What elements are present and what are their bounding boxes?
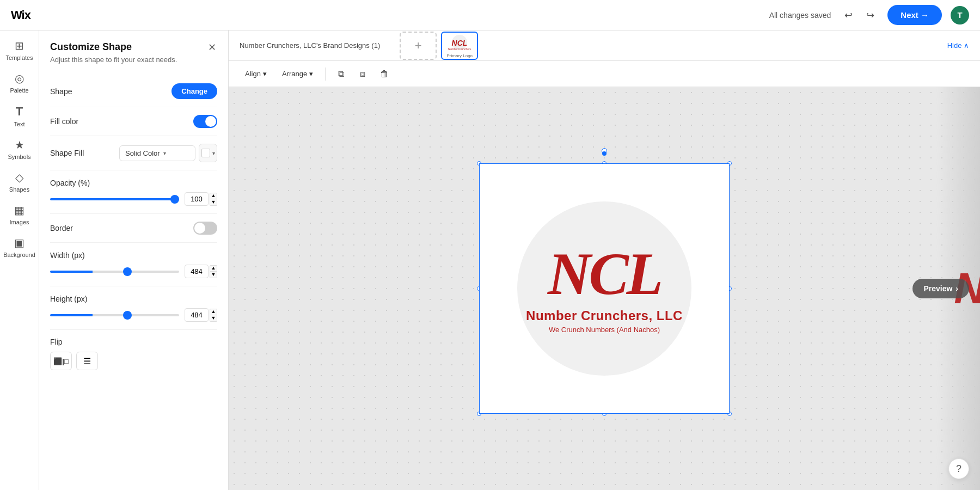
- logo-content: NCL Number Crunchers, LLC We Crunch Numb…: [480, 164, 729, 413]
- sidebar-item-images[interactable]: ▦ Images: [3, 199, 36, 230]
- width-label: Width (px): [50, 251, 85, 260]
- height-label: Height (px): [50, 295, 87, 303]
- shapes-icon: ◇: [15, 171, 23, 184]
- copy-button[interactable]: ⧉: [332, 65, 350, 83]
- panel-content: Shape Change Fill color Shape Fill Solid…: [39, 69, 228, 490]
- height-input[interactable]: [185, 308, 209, 322]
- save-status: All changes saved: [769, 11, 831, 20]
- height-decrement[interactable]: ▼: [210, 315, 217, 322]
- designs-bar-left: Number Crunchers, LLC's Brand Designs (1…: [240, 32, 478, 60]
- background-icon: ▣: [14, 236, 24, 249]
- opacity-decrement[interactable]: ▼: [210, 199, 217, 206]
- border-label: Border: [50, 224, 73, 232]
- shape-fill-row: Shape Fill Solid Color ▾ ▾: [50, 136, 217, 170]
- close-panel-button[interactable]: ✕: [207, 41, 217, 53]
- change-shape-button[interactable]: Change: [171, 83, 217, 99]
- width-input[interactable]: [185, 265, 209, 278]
- shape-label: Shape: [50, 87, 72, 96]
- redo-button[interactable]: ↪: [861, 7, 879, 24]
- copy-icon: ⧉: [338, 69, 344, 79]
- duplicate-icon: ⧈: [360, 69, 365, 79]
- flip-buttons: ⬛|□ ☰: [50, 352, 217, 370]
- width-increment[interactable]: ▲: [210, 265, 217, 272]
- panel-title: Customize Shape: [50, 41, 177, 53]
- arrange-button[interactable]: Arrange ▾: [277, 66, 318, 81]
- main-layout: ⊞ Templates ◎ Palette T Text ★ Symbols ◇…: [0, 30, 980, 490]
- logo-canvas[interactable]: NCL Number Crunchers, LLC We Crunch Numb…: [479, 163, 730, 414]
- templates-icon: ⊞: [15, 39, 24, 52]
- width-decrement[interactable]: ▼: [210, 272, 217, 278]
- height-increment[interactable]: ▲: [210, 309, 217, 315]
- width-stepper: ▲ ▼: [210, 265, 217, 278]
- primary-logo-thumbnail[interactable]: NCL Number Crunchers Primary Logo: [441, 32, 478, 60]
- shape-fill-dropdown[interactable]: Solid Color ▾: [119, 145, 195, 161]
- opacity-increment[interactable]: ▲: [210, 193, 217, 199]
- topbar: Wix All changes saved ↩ ↪ Next → T: [0, 0, 980, 30]
- logo-canvas-container[interactable]: NCL Number Crunchers, LLC We Crunch Numb…: [479, 163, 730, 414]
- height-row: Height (px) ▲ ▼: [50, 286, 217, 330]
- flip-horizontal-button[interactable]: ⬛|□: [50, 352, 72, 370]
- border-toggle[interactable]: [193, 222, 217, 235]
- swatch-chevron-icon: ▾: [212, 150, 215, 156]
- color-swatch-button[interactable]: ▾: [199, 144, 217, 162]
- sidebar-item-templates[interactable]: ⊞ Templates: [3, 35, 36, 65]
- fill-color-label: Fill color: [50, 117, 78, 126]
- arrange-chevron-icon: ▾: [309, 70, 313, 78]
- undo-button[interactable]: ↩: [840, 7, 857, 24]
- shape-fill-controls: Solid Color ▾ ▾: [119, 144, 217, 162]
- align-button[interactable]: Align ▾: [240, 66, 272, 81]
- fill-color-row: Fill color: [50, 107, 217, 136]
- thumb-logo-label: Primary Logo: [446, 52, 473, 59]
- sidebar-item-text[interactable]: T Text: [3, 100, 36, 132]
- icon-sidebar: ⊞ Templates ◎ Palette T Text ★ Symbols ◇…: [0, 30, 39, 490]
- opacity-label: Opacity (%): [50, 179, 90, 187]
- delete-icon: 🗑: [380, 69, 389, 79]
- topbar-icons: ↩ ↪: [840, 7, 879, 24]
- opacity-row: Opacity (%) ▲ ▼: [50, 170, 217, 214]
- designs-title: Number Crunchers, LLC's Brand Designs (1…: [240, 41, 380, 50]
- shape-fill-label: Shape Fill: [50, 149, 84, 157]
- logo-name: Number Crunchers, LLC: [526, 308, 683, 323]
- designs-bar: Number Crunchers, LLC's Brand Designs (1…: [229, 30, 980, 61]
- symbols-icon: ★: [15, 138, 24, 151]
- opacity-input[interactable]: [185, 192, 209, 206]
- align-chevron-icon: ▾: [263, 70, 267, 78]
- height-slider[interactable]: [50, 314, 179, 316]
- duplicate-button[interactable]: ⧈: [354, 65, 371, 83]
- preview-button[interactable]: Preview ›: [912, 279, 969, 298]
- flip-vertical-button[interactable]: ☰: [76, 352, 98, 370]
- text-icon: T: [16, 105, 23, 119]
- thumb-logo-img: NCL Number Crunchers: [445, 33, 474, 52]
- delete-button[interactable]: 🗑: [376, 65, 393, 83]
- images-icon: ▦: [14, 204, 24, 217]
- sidebar-item-palette[interactable]: ◎ Palette: [3, 68, 36, 98]
- fill-color-toggle[interactable]: [193, 115, 217, 128]
- topbar-center: All changes saved ↩ ↪ Next → T: [769, 5, 969, 25]
- topbar-left: Wix: [11, 8, 30, 22]
- sidebar-item-shapes[interactable]: ◇ Shapes: [3, 167, 36, 197]
- panel-header: Customize Shape Adjust this shape to fit…: [39, 30, 228, 69]
- designs-thumbnails: + NCL Number Crunchers Primary Logo: [400, 32, 478, 60]
- svg-text:Number Crunchers: Number Crunchers: [448, 47, 471, 51]
- palette-icon: ◎: [15, 72, 24, 85]
- width-slider[interactable]: [50, 271, 179, 273]
- logo-tagline: We Crunch Numbers (And Nachos): [549, 326, 660, 334]
- width-input-group: ▲ ▼: [185, 265, 217, 278]
- hide-button[interactable]: Hide ∧: [947, 41, 969, 50]
- logo-initials: NCL: [548, 244, 661, 304]
- color-box: [201, 149, 210, 157]
- wix-logo: Wix: [11, 8, 30, 22]
- designs-bar-right: Hide ∧: [947, 41, 969, 50]
- flip-section: Flip ⬛|□ ☰: [50, 330, 217, 378]
- sidebar-item-symbols[interactable]: ★ Symbols: [3, 134, 36, 164]
- svg-text:NCL: NCL: [452, 39, 468, 47]
- canvas-workspace: NCL Number Crunchers, LLC We Crunch Numb…: [229, 87, 980, 490]
- add-icon: +: [415, 39, 422, 53]
- next-button[interactable]: Next →: [887, 5, 942, 25]
- help-button[interactable]: ?: [948, 458, 969, 479]
- height-input-group: ▲ ▼: [185, 308, 217, 322]
- canvas-area: Number Crunchers, LLC's Brand Designs (1…: [229, 30, 980, 490]
- add-design-button[interactable]: +: [400, 32, 437, 60]
- opacity-slider[interactable]: [50, 198, 179, 200]
- sidebar-item-background[interactable]: ▣ Background: [3, 232, 36, 262]
